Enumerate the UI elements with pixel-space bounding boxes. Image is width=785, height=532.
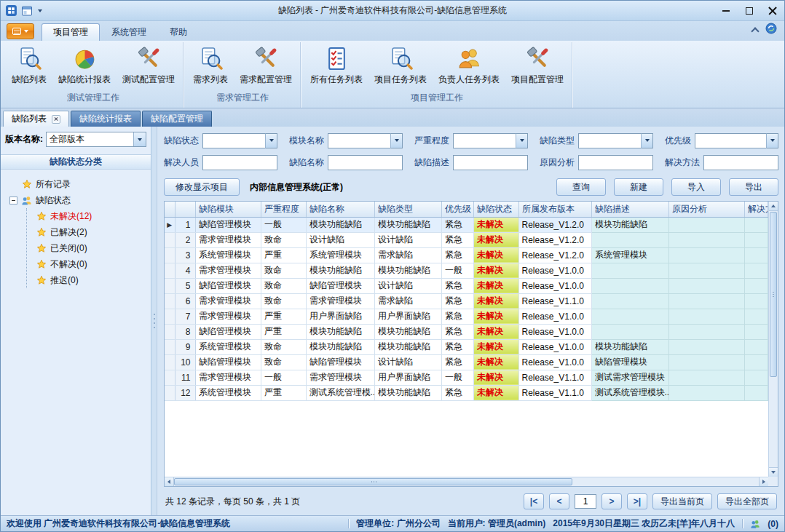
column-header-priority[interactable]: 优先级 — [441, 202, 473, 217]
filter-input[interactable] — [695, 133, 766, 148]
owner-tasks-button[interactable]: 负责人任务列表 — [433, 43, 505, 87]
doc-tab-defect-list[interactable]: 缺陷列表 — [3, 111, 69, 127]
export-current-page-button[interactable]: 导出当前页 — [652, 493, 712, 509]
filter-input[interactable] — [202, 133, 265, 148]
column-header-status[interactable]: 缺陷状态 — [473, 202, 518, 217]
chevron-down-icon[interactable] — [516, 133, 528, 148]
filter-input[interactable] — [453, 155, 528, 170]
cell-release[interactable]: Release_V1.0.0 — [518, 354, 591, 370]
cell-release[interactable]: Release_V1.0.0 — [518, 309, 591, 324]
tree-item-status[interactable]: 不解决(0) — [36, 256, 148, 272]
cell-name[interactable]: 模块功能缺陷 — [306, 217, 374, 232]
cell-description[interactable] — [591, 293, 668, 309]
cell-module[interactable]: 缺陷管理模块 — [195, 354, 261, 370]
cell-cause[interactable] — [668, 247, 744, 263]
cell-priority[interactable]: 一般 — [441, 370, 473, 385]
cell-priority[interactable]: 紧急 — [441, 293, 473, 309]
cell-name[interactable]: 需求管理模块 — [306, 293, 374, 309]
cell-status[interactable]: 未解决 — [473, 263, 518, 278]
chevron-down-icon[interactable] — [390, 133, 403, 148]
tree-item-all-records[interactable]: 所有记录 — [9, 176, 148, 192]
cell-solution[interactable] — [744, 293, 768, 309]
cell-cause[interactable] — [668, 370, 744, 385]
doc-tab-defect-config[interactable]: 缺陷配置管理 — [142, 111, 212, 127]
filter-input[interactable] — [703, 155, 778, 170]
cell-status[interactable]: 未解决 — [473, 232, 518, 247]
cell-type[interactable]: 需求缺陷 — [374, 293, 441, 309]
table-row[interactable]: 2 需求管理模块 致命 设计缺陷 设计缺陷 紧急 未解决 Release_V1.… — [165, 232, 768, 247]
cell-severity[interactable]: 严重 — [261, 309, 306, 324]
cell-name[interactable]: 模块功能缺陷 — [306, 263, 374, 278]
cell-description[interactable]: 系统管理模块 — [591, 247, 668, 263]
first-page-button[interactable]: |< — [524, 493, 544, 509]
cell-description[interactable] — [591, 324, 668, 339]
filter-input[interactable] — [578, 155, 653, 170]
chevron-down-icon[interactable] — [133, 132, 146, 146]
cell-release[interactable]: Release_V1.2.0 — [518, 232, 591, 247]
maximize-button[interactable] — [738, 1, 761, 20]
cell-priority[interactable]: 紧急 — [441, 309, 473, 324]
cell-solution[interactable] — [744, 354, 768, 370]
cell-priority[interactable]: 紧急 — [441, 278, 473, 293]
cell-status[interactable]: 未解决 — [473, 339, 518, 354]
ribbon-tab-system-management[interactable]: 系统管理 — [100, 23, 158, 41]
cell-module[interactable]: 需求管理模块 — [195, 370, 261, 385]
cell-solution[interactable] — [744, 217, 768, 232]
cell-priority[interactable]: 紧急 — [441, 324, 473, 339]
cell-severity[interactable]: 一般 — [261, 217, 306, 232]
scroll-down-icon[interactable] — [769, 467, 778, 477]
cell-solution[interactable] — [744, 309, 768, 324]
cell-status[interactable]: 未解决 — [473, 278, 518, 293]
cell-description[interactable] — [591, 232, 668, 247]
cell-module[interactable]: 系统管理模块 — [195, 385, 261, 400]
cell-solution[interactable] — [744, 278, 768, 293]
cell-module[interactable]: 缺陷管理模块 — [195, 217, 261, 232]
cell-solution[interactable] — [744, 232, 768, 247]
test-config-button[interactable]: 测试配置管理 — [117, 43, 181, 87]
project-tasks-button[interactable]: 项目任务列表 — [368, 43, 433, 87]
cell-status[interactable]: 未解决 — [473, 354, 518, 370]
cell-description[interactable]: 模块功能缺陷 — [591, 217, 668, 232]
cell-type[interactable]: 用户界面缺陷 — [374, 370, 441, 385]
cell-severity[interactable]: 致命 — [261, 232, 306, 247]
version-combobox[interactable]: 全部版本 — [46, 132, 146, 147]
cell-cause[interactable] — [668, 293, 744, 309]
cell-module[interactable]: 系统管理模块 — [195, 339, 261, 354]
close-button[interactable] — [761, 1, 784, 20]
table-row[interactable]: 1 缺陷管理模块 一般 模块功能缺陷 模块功能缺陷 紧急 未解决 Release… — [165, 217, 768, 232]
cell-priority[interactable]: 紧急 — [441, 247, 473, 263]
scroll-right-icon[interactable] — [759, 477, 768, 486]
cell-severity[interactable]: 致命 — [261, 263, 306, 278]
column-header-cause[interactable]: 原因分析 — [668, 202, 744, 217]
column-header-description[interactable]: 缺陷描述 — [591, 202, 668, 217]
cell-type[interactable]: 模块功能缺陷 — [374, 339, 441, 354]
cell-description[interactable] — [591, 263, 668, 278]
defect-list-button[interactable]: 缺陷列表 — [6, 43, 52, 87]
tree-item-status[interactable]: 已关闭(0) — [36, 240, 148, 256]
cell-solution[interactable] — [744, 247, 768, 263]
cell-status[interactable]: 未解决 — [473, 370, 518, 385]
cell-release[interactable]: Release_V1.1.0 — [518, 370, 591, 385]
cell-module[interactable]: 缺陷管理模块 — [195, 278, 261, 293]
tree-item-status[interactable]: 推迟(0) — [36, 272, 148, 288]
requirement-list-button[interactable]: 需求列表 — [187, 43, 234, 87]
table-row[interactable]: 5 缺陷管理模块 致命 缺陷管理模块 设计缺陷 紧急 未解决 Release_V… — [165, 278, 768, 293]
cell-release[interactable]: Release_V1.1.0 — [518, 385, 591, 400]
collapse-ribbon-icon[interactable] — [751, 27, 759, 35]
prev-page-button[interactable]: < — [549, 493, 569, 509]
cell-priority[interactable]: 一般 — [441, 263, 473, 278]
cell-name[interactable]: 模块功能缺陷 — [306, 339, 374, 354]
filter-input[interactable] — [578, 133, 641, 148]
cell-cause[interactable] — [668, 385, 744, 400]
next-page-button[interactable]: > — [601, 493, 622, 509]
chevron-down-icon[interactable] — [641, 133, 653, 148]
cell-description[interactable] — [591, 309, 668, 324]
column-header-name[interactable]: 缺陷名称 — [306, 202, 374, 217]
cell-priority[interactable]: 紧急 — [441, 217, 473, 232]
column-header-severity[interactable]: 严重程度 — [261, 202, 306, 217]
ribbon-tab-project-management[interactable]: 项目管理 — [42, 23, 100, 41]
tree-item-defect-status[interactable]: 缺陷状态 — [9, 192, 148, 208]
table-row[interactable]: 6 需求管理模块 致命 需求管理模块 需求缺陷 紧急 未解决 Release_V… — [165, 293, 768, 309]
cell-release[interactable]: Release_V1.2.0 — [518, 247, 591, 263]
cell-solution[interactable] — [744, 370, 768, 385]
